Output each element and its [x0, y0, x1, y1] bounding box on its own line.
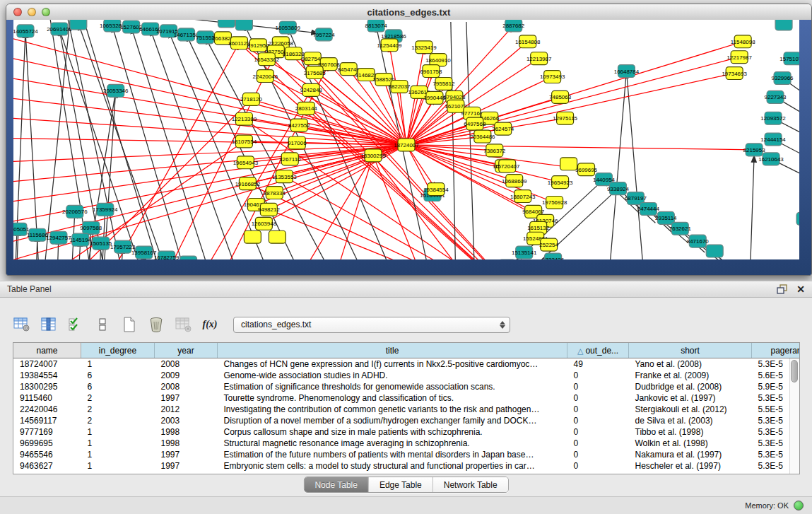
cell-in_degree[interactable]: 6: [81, 370, 155, 381]
network-node[interactable]: 16782759: [154, 251, 180, 259]
network-node[interactable]: 917006: [288, 136, 307, 149]
cell-out_degree[interactable]: 0: [567, 426, 629, 438]
network-node[interactable]: 14055724: [13, 25, 38, 37]
network-node[interactable]: 1733426: [542, 253, 565, 259]
cell-title[interactable]: Tourette syndrome. Phenomenology and cla…: [218, 392, 567, 404]
network-node[interactable]: 252254: [539, 238, 558, 251]
network-node[interactable]: 15135141: [512, 246, 537, 259]
network-node[interactable]: 12942757: [46, 231, 71, 244]
cell-name[interactable]: 18724007: [13, 358, 81, 370]
cell-out_degree[interactable]: 0: [567, 392, 629, 404]
network-node[interactable]: 8813074: [365, 20, 388, 32]
vertical-scrollbar[interactable]: [789, 358, 799, 474]
network-node[interactable]: 8215953: [743, 144, 766, 156]
cell-name[interactable]: 9699695: [13, 438, 81, 449]
table-row[interactable]: 2242004622012Investigating the contribut…: [13, 404, 800, 415]
cell-year[interactable]: 1997: [155, 392, 218, 404]
network-canvas[interactable]: 1405572420691406106532871527602646616010…: [13, 20, 799, 259]
network-node[interactable]: 6497568: [464, 117, 486, 130]
network-node[interactable]: [70, 20, 87, 30]
column-header-out_degree[interactable]: △out_de...: [567, 343, 629, 358]
cell-name[interactable]: 9465546: [13, 449, 81, 460]
network-node[interactable]: 9227343: [765, 90, 787, 103]
network-edge[interactable]: [13, 138, 406, 145]
cell-year[interactable]: 2009: [155, 370, 218, 381]
cell-in_degree[interactable]: 1: [81, 438, 155, 449]
network-node[interactable]: 9242848: [300, 83, 323, 96]
network-node[interactable]: 10973493: [540, 71, 565, 83]
cell-year[interactable]: 2008: [155, 358, 218, 370]
network-node[interactable]: 18107554: [232, 135, 257, 148]
cell-title[interactable]: Genome-wide association studies in ADHD.: [218, 370, 567, 381]
cell-name[interactable]: 9463627: [13, 460, 81, 472]
cell-out_degree[interactable]: 0: [567, 438, 629, 449]
cell-name[interactable]: 18300295: [13, 381, 81, 392]
cell-short[interactable]: Jankovic et al. (1997): [629, 392, 752, 404]
cell-title[interactable]: Estimation of significance thresholds fo…: [218, 381, 567, 392]
cell-in_degree[interactable]: 2: [81, 415, 155, 426]
cell-name[interactable]: 19384554: [13, 370, 81, 381]
network-edge[interactable]: [251, 99, 406, 145]
column-header-in_degree[interactable]: in_degree: [81, 343, 155, 358]
cell-short[interactable]: Wolkin et al. (1998): [629, 438, 752, 449]
cell-out_degree[interactable]: 0: [567, 460, 629, 472]
new-document-icon[interactable]: [120, 315, 139, 334]
network-node[interactable]: 11548098: [731, 35, 755, 48]
cell-title[interactable]: Structural magnetic resonance image aver…: [218, 438, 567, 449]
network-node[interactable]: 19756928: [542, 197, 567, 209]
table-row[interactable]: 911546021997Tourette syndrome. Phenomeno…: [13, 392, 800, 404]
network-node[interactable]: 3624574: [492, 122, 514, 135]
network-node[interactable]: [796, 212, 799, 225]
network-node[interactable]: 7386372: [483, 144, 506, 157]
network-node[interactable]: [775, 20, 792, 30]
cell-name[interactable]: 9115460: [13, 392, 81, 404]
network-node[interactable]: 17359924: [93, 203, 118, 216]
cell-out_degree[interactable]: 0: [567, 381, 629, 392]
network-node[interactable]: [706, 245, 723, 257]
network-node[interactable]: 7957224: [313, 28, 336, 41]
cell-in_degree[interactable]: 6: [81, 381, 155, 392]
network-node[interactable]: 7632621: [669, 222, 692, 235]
network-node[interactable]: 16053809: [276, 21, 301, 34]
table-row[interactable]: 1456911722003Disruption of a novel membe…: [13, 415, 800, 426]
cell-year[interactable]: 1998: [155, 438, 218, 449]
network-node[interactable]: 9329966: [772, 72, 794, 85]
network-node[interactable]: 7955812: [433, 78, 455, 90]
network-edge[interactable]: [608, 71, 626, 259]
cell-short[interactable]: Dudbridge et al. (2008): [629, 381, 752, 392]
cell-short[interactable]: Franke et al. (2009): [629, 370, 752, 381]
network-node[interactable]: 20053346: [103, 84, 129, 97]
network-node[interactable]: 18807243: [510, 190, 536, 203]
network-node[interactable]: 9338924: [607, 182, 630, 195]
cell-year[interactable]: 2008: [155, 381, 218, 392]
window-titlebar[interactable]: citations_edges.txt: [6, 4, 811, 21]
cell-short[interactable]: Tibbo et al. (1998): [629, 426, 752, 438]
network-edge[interactable]: [269, 209, 538, 259]
network-node[interactable]: 16154808: [515, 35, 541, 48]
cell-short[interactable]: Yano et al. (2008): [629, 358, 752, 370]
network-edge[interactable]: [451, 22, 456, 259]
table-row[interactable]: 946554611997Estimation of the future num…: [13, 449, 800, 460]
network-node[interactable]: 9699695: [575, 163, 598, 176]
cell-in_degree[interactable]: 2: [81, 392, 155, 404]
table-row[interactable]: 946362711997Embryonic stem cells: a mode…: [13, 460, 800, 472]
network-node[interactable]: 19654923: [548, 176, 573, 189]
cell-out_degree[interactable]: 49: [567, 358, 629, 370]
network-edge[interactable]: [373, 156, 424, 259]
cell-in_degree[interactable]: 1: [81, 358, 155, 370]
cell-year[interactable]: 1998: [155, 426, 218, 438]
column-header-pagerank[interactable]: pagerank: [752, 343, 801, 358]
cell-year[interactable]: 2012: [155, 404, 218, 415]
cell-name[interactable]: 14569117: [13, 415, 81, 426]
cell-title[interactable]: Estimation of the future numbers of pati…: [218, 449, 567, 460]
network-edge[interactable]: [466, 22, 475, 259]
network-node[interactable]: 15720407: [495, 160, 520, 173]
close-panel-button[interactable]: ✕: [794, 283, 808, 296]
network-node[interactable]: 2887682: [502, 20, 525, 32]
table-gear-icon[interactable]: [13, 315, 31, 334]
cell-name[interactable]: 9777169: [13, 426, 81, 438]
network-edge[interactable]: [25, 31, 40, 259]
network-node[interactable]: [218, 20, 235, 28]
network-node[interactable]: 1505135: [90, 237, 112, 250]
zoom-window-button[interactable]: [42, 8, 50, 16]
